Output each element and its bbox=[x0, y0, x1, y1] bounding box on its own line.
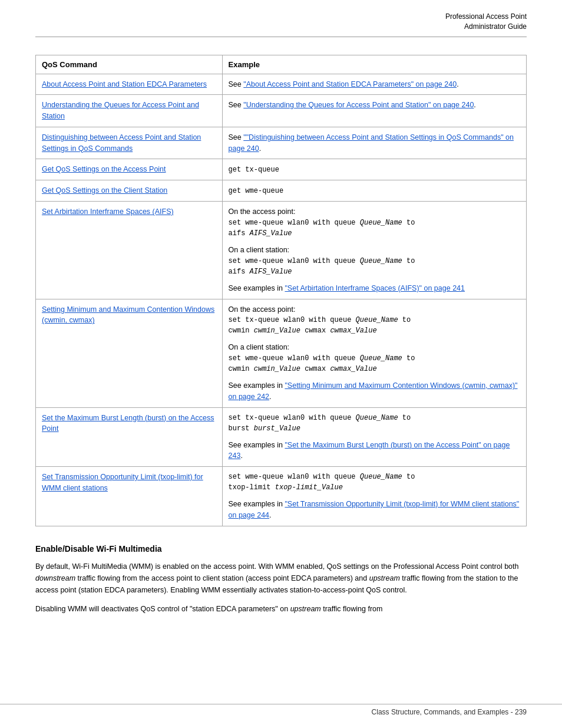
example-code: set tx-queue wlan0 with queue Queue_Name… bbox=[229, 413, 520, 434]
set-txop-example-link[interactable]: "Set Transmission Opportunity Limit (txo… bbox=[229, 500, 520, 519]
table-row: Understanding the Queues for Access Poin… bbox=[36, 95, 527, 127]
table-row: Set Arbirtation Interframe Spaces (AIFS)… bbox=[36, 202, 527, 299]
command-cell: Set Transmission Opportunity Limit (txop… bbox=[36, 467, 223, 526]
table-row: Get QoS Settings on the Client Station g… bbox=[36, 180, 527, 202]
example-see: See examples in "Set Transmission Opport… bbox=[229, 499, 520, 521]
command-cell: Distinguishing between Access Point and … bbox=[36, 127, 223, 159]
header-line2: Administrator Guide bbox=[464, 22, 527, 31]
table-row: Setting Minimum and Maximum Contention W… bbox=[36, 299, 527, 407]
example-cell: set tx-queue wlan0 with queue Queue_Name… bbox=[222, 407, 526, 467]
table-row: About Access Point and Station EDCA Para… bbox=[36, 74, 527, 95]
table-row: Set the Maximum Burst Length (burst) on … bbox=[36, 407, 527, 467]
command-cell: Setting Minimum and Maximum Contention W… bbox=[36, 299, 223, 407]
understanding-queues-example-link[interactable]: "Understanding the Queues for Access Poi… bbox=[243, 101, 474, 109]
about-edca-example-link[interactable]: "About Access Point and Station EDCA Par… bbox=[243, 80, 457, 88]
example-block: set wme-queue wlan0 with queue Queue_Nam… bbox=[229, 472, 520, 493]
command-cell: Set the Maximum Burst Length (burst) on … bbox=[36, 407, 223, 467]
example-cell: See ""Distinguishing between Access Poin… bbox=[222, 127, 526, 159]
example-see: See examples in "Setting Minimum and Max… bbox=[229, 380, 520, 403]
example-cell: get tx-queue bbox=[222, 159, 526, 180]
distinguishing-example-link[interactable]: ""Distinguishing between Access Point an… bbox=[229, 133, 514, 153]
section-heading: Enable/Disable Wi-Fi Multimedia bbox=[35, 544, 527, 554]
command-cell: Understanding the Queues for Access Poin… bbox=[36, 95, 223, 127]
set-aifs-link[interactable]: Set Arbirtation Interframe Spaces (AIFS) bbox=[42, 207, 174, 216]
example-cell: See "About Access Point and Station EDCA… bbox=[222, 74, 526, 95]
set-burst-link[interactable]: Set the Maximum Burst Length (burst) on … bbox=[42, 414, 214, 433]
set-txop-link[interactable]: Set Transmission Opportunity Limit (txop… bbox=[42, 473, 203, 492]
example-cell: On the access point: set tx-queue wlan0 … bbox=[222, 299, 526, 407]
example-block: On the access point: set wme-queue wlan0… bbox=[229, 206, 520, 239]
command-cell: Set Arbirtation Interframe Spaces (AIFS) bbox=[36, 202, 223, 299]
page-footer: Class Structure, Commands, and Examples … bbox=[0, 704, 562, 716]
get-qos-client-code: get wme-queue bbox=[229, 187, 284, 195]
section-para-1: By default, Wi-Fi MultiMedia (WMM) is en… bbox=[35, 561, 527, 596]
upstream-italic: upstream bbox=[369, 574, 400, 582]
set-burst-example-link[interactable]: "Set the Maximum Burst Length (burst) on… bbox=[229, 441, 510, 460]
example-block: set tx-queue wlan0 with queue Queue_Name… bbox=[229, 413, 520, 434]
enable-disable-section: Enable/Disable Wi-Fi Multimedia By defau… bbox=[35, 544, 527, 615]
example-code: set wme-queue wlan0 with queue Queue_Nam… bbox=[229, 472, 520, 493]
header-line1: Professional Access Point bbox=[445, 12, 527, 21]
command-cell: About Access Point and Station EDCA Para… bbox=[36, 74, 223, 95]
example-code: set wme-queue wlan0 with queue Queue_Nam… bbox=[229, 353, 520, 374]
example-block: On a client station: set wme-queue wlan0… bbox=[229, 342, 520, 374]
downstream-italic: downstream bbox=[35, 574, 75, 582]
distinguishing-link[interactable]: Distinguishing between Access Point and … bbox=[42, 133, 201, 153]
section-heading-text: Enable/Disable Wi-Fi Multimedia bbox=[35, 544, 162, 554]
table-row: Set Transmission Opportunity Limit (txop… bbox=[36, 467, 527, 526]
command-cell: Get QoS Settings on the Access Point bbox=[36, 159, 223, 180]
upstream-italic-2: upstream bbox=[290, 605, 321, 613]
page-header: Professional Access Point Administrator … bbox=[35, 12, 527, 37]
example-code: set wme-queue wlan0 with queue Queue_Nam… bbox=[229, 218, 520, 239]
table-row: Distinguishing between Access Point and … bbox=[36, 127, 527, 159]
get-qos-ap-link[interactable]: Get QoS Settings on the Access Point bbox=[42, 165, 166, 173]
command-cell: Get QoS Settings on the Client Station bbox=[36, 180, 223, 202]
example-cell: See "Understanding the Queues for Access… bbox=[222, 95, 526, 127]
example-code: set tx-queue wlan0 with queue Queue_Name… bbox=[229, 315, 520, 336]
get-qos-client-link[interactable]: Get QoS Settings on the Client Station bbox=[42, 186, 167, 195]
example-see: See examples in "Set Arbirtation Interfr… bbox=[229, 283, 520, 294]
section-para-2: Disabling WMM will deactivates QoS contr… bbox=[35, 603, 527, 615]
col-command-header: QoS Command bbox=[36, 55, 223, 74]
set-aifs-example-link[interactable]: "Set Arbirtation Interframe Spaces (AIFS… bbox=[285, 284, 465, 292]
example-label: On the access point: bbox=[229, 304, 520, 315]
get-qos-ap-code: get tx-queue bbox=[229, 166, 279, 174]
example-cell: On the access point: set wme-queue wlan0… bbox=[222, 202, 526, 299]
about-edca-link[interactable]: About Access Point and Station EDCA Para… bbox=[42, 80, 207, 88]
page-container: Professional Access Point Administrator … bbox=[0, 0, 562, 728]
example-block: On a client station: set wme-queue wlan0… bbox=[229, 245, 520, 277]
example-see: See examples in "Set the Maximum Burst L… bbox=[229, 440, 520, 462]
example-cell: set wme-queue wlan0 with queue Queue_Nam… bbox=[222, 467, 526, 526]
example-cell: get wme-queue bbox=[222, 180, 526, 202]
understanding-queues-link[interactable]: Understanding the Queues for Access Poin… bbox=[42, 101, 199, 120]
example-label: On a client station: bbox=[229, 342, 520, 353]
set-cwmin-cwmax-link[interactable]: Setting Minimum and Maximum Contention W… bbox=[42, 305, 214, 325]
set-cwmin-cwmax-example-link[interactable]: "Setting Minimum and Maximum Contention … bbox=[229, 381, 518, 401]
example-label: On the access point: bbox=[229, 206, 520, 218]
table-row: Get QoS Settings on the Access Point get… bbox=[36, 159, 527, 180]
example-label: On a client station: bbox=[229, 245, 520, 256]
header-title: Professional Access Point Administrator … bbox=[35, 12, 527, 32]
qos-command-table: QoS Command Example About Access Point a… bbox=[35, 55, 527, 526]
col-example-header: Example bbox=[222, 55, 526, 74]
footer-text: Class Structure, Commands, and Examples … bbox=[372, 708, 527, 716]
example-code: set wme-queue wlan0 with queue Queue_Nam… bbox=[229, 256, 520, 277]
example-block: On the access point: set tx-queue wlan0 … bbox=[229, 304, 520, 337]
